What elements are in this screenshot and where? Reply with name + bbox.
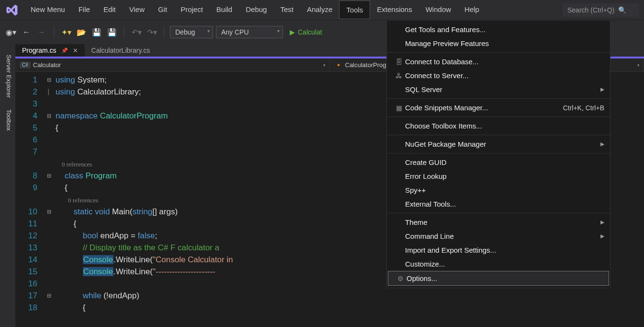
tools-menu-dropdown: Get Tools and Features...Manage Preview …	[386, 20, 610, 288]
menu-label: Options...	[407, 274, 603, 282]
search-icon: 🔍	[618, 6, 626, 14]
new-item-button[interactable]: ✦▾	[60, 26, 72, 38]
open-file-button[interactable]: 📂	[75, 26, 88, 38]
menu-label: External Tools...	[405, 200, 604, 208]
menu-item-edit[interactable]: Edit	[97, 0, 123, 19]
vs-logo-icon	[0, 3, 24, 17]
menu-separator	[387, 135, 610, 135]
save-all-button[interactable]: 💾	[106, 26, 118, 38]
menu-item-import-and-export-settings[interactable]: Import and Export Settings...	[387, 243, 610, 257]
menu-item-external-tools[interactable]: External Tools...	[387, 197, 610, 211]
back-button[interactable]: ←	[20, 26, 33, 38]
class-icon: 🔸	[335, 61, 342, 69]
config-dropdown[interactable]: Debug	[170, 26, 213, 38]
tab-program-cs[interactable]: Program.cs 📌 ✕	[15, 44, 85, 57]
menu-item-window[interactable]: Window	[419, 0, 458, 19]
tab-label: Program.cs	[22, 47, 56, 54]
side-tab-well: Server Explorer Toolbox	[0, 44, 15, 327]
side-tab-toolbox[interactable]: Toolbox	[0, 104, 15, 137]
menu-label: Theme	[405, 218, 600, 226]
menu-item-test[interactable]: Test	[273, 0, 300, 19]
chevron-right-icon: ▶	[600, 233, 604, 239]
nav-project-label: Calculator	[33, 61, 61, 69]
menu-label: Spy++	[405, 186, 604, 194]
platform-dropdown[interactable]: Any CPU	[216, 26, 283, 38]
menu-item-nuget-package-manager[interactable]: NuGet Package Manager▶	[387, 137, 610, 151]
menu-label: Manage Preview Features	[405, 39, 604, 47]
menu-item-tools[interactable]: Tools	[339, 0, 370, 19]
menu-item-extensions[interactable]: Extensions	[370, 0, 418, 19]
menubar: New MenuFileEditViewGitProjectBuildDebug…	[0, 0, 644, 20]
menu-item-error-lookup[interactable]: Error Lookup	[387, 169, 610, 183]
menu-label: Connect to Server...	[405, 71, 604, 80]
side-tab-server-explorer[interactable]: Server Explorer	[0, 49, 15, 104]
menu-label: Import and Export Settings...	[405, 246, 604, 254]
menu-label: Error Lookup	[405, 172, 604, 180]
menu-label: Create GUID	[405, 158, 604, 166]
menu-item-options[interactable]: ⚙Options...	[388, 271, 609, 286]
menu-item-new-menu[interactable]: New Menu	[24, 0, 72, 19]
forward-button[interactable]: →	[35, 26, 48, 38]
menu-item-debug[interactable]: Debug	[239, 0, 273, 19]
line-gutter: 123456789101112131415161718	[15, 72, 44, 327]
menu-item-manage-preview-features[interactable]: Manage Preview Features	[387, 36, 610, 50]
redo-button[interactable]: ↷▾	[146, 26, 158, 38]
save-button[interactable]: 💾	[90, 26, 103, 38]
csharp-icon: C#	[20, 62, 30, 68]
tab-calculator-library[interactable]: CalculatorLibrary.cs	[85, 44, 157, 57]
menu-item-help[interactable]: Help	[458, 0, 486, 19]
menu-item-customize[interactable]: Customize...	[387, 257, 610, 271]
menu-label: Command Line	[405, 232, 600, 240]
menu-item-connect-to-database[interactable]: 🗄Connect to Database...	[387, 55, 610, 69]
menu-item-choose-toolbox-items[interactable]: Choose Toolbox Items...	[387, 119, 610, 133]
menu-item-code-snippets-manager[interactable]: ▦Code Snippets Manager...Ctrl+K, Ctrl+B	[387, 101, 610, 115]
snip-icon: ▦	[393, 104, 405, 112]
menu-label: Get Tools and Features...	[405, 25, 604, 34]
menu-item-project[interactable]: Project	[174, 0, 210, 19]
menu-item-build[interactable]: Build	[210, 0, 239, 19]
shortcut: Ctrl+K, Ctrl+B	[563, 104, 604, 112]
nav-dropdown-icon[interactable]: ◉▾	[5, 26, 17, 38]
close-icon[interactable]: ✕	[73, 47, 78, 54]
fold-column: ⊟│⊟⊟⊟⊟	[44, 72, 54, 327]
menu-item-view[interactable]: View	[123, 0, 151, 19]
srv-icon: 🖧	[393, 72, 405, 80]
separator	[54, 26, 54, 38]
start-button[interactable]: ▶ Calculat	[286, 26, 326, 38]
menu-label: Customize...	[405, 260, 604, 268]
menu-item-get-tools-and-features[interactable]: Get Tools and Features...	[387, 23, 610, 36]
search-box[interactable]: Search (Ctrl+Q) 🔍	[563, 3, 639, 17]
play-icon: ▶	[290, 28, 295, 36]
nav-project-dropdown[interactable]: C# Calculator	[15, 58, 330, 71]
menu-label: Connect to Database...	[405, 58, 604, 66]
menu-item-connect-to-server[interactable]: 🖧Connect to Server...	[387, 69, 610, 82]
menu-item-create-guid[interactable]: Create GUID	[387, 155, 610, 169]
separator	[164, 26, 164, 38]
menu-separator	[387, 52, 610, 53]
db-icon: 🗄	[393, 58, 405, 66]
menu-separator	[387, 153, 610, 153]
menu-item-spy[interactable]: Spy++	[387, 183, 610, 197]
pin-icon[interactable]: 📌	[61, 47, 68, 54]
tab-label: CalculatorLibrary.cs	[91, 47, 150, 54]
menu-item-file[interactable]: File	[72, 0, 97, 19]
menu-item-command-line[interactable]: Command Line▶	[387, 229, 610, 243]
menu-label: NuGet Package Manager	[405, 140, 600, 148]
undo-button[interactable]: ↶▾	[130, 26, 143, 38]
chevron-right-icon: ▶	[600, 141, 604, 147]
search-placeholder: Search (Ctrl+Q)	[567, 6, 614, 14]
gear-icon: ⚙	[394, 275, 407, 282]
menu-label: Choose Toolbox Items...	[405, 122, 604, 130]
menu-separator	[387, 98, 610, 99]
menu-item-git[interactable]: Git	[151, 0, 174, 19]
start-label: Calculat	[298, 28, 322, 36]
separator	[124, 26, 124, 38]
menu-item-theme[interactable]: Theme▶	[387, 215, 610, 229]
menu-label: Code Snippets Manager...	[405, 104, 563, 112]
menu-item-sql-server[interactable]: SQL Server▶	[387, 82, 610, 96]
menu-separator	[387, 213, 610, 213]
menu-separator	[387, 117, 610, 117]
chevron-right-icon: ▶	[600, 219, 604, 225]
menu-item-analyze[interactable]: Analyze	[300, 0, 339, 19]
menu-label: SQL Server	[405, 85, 600, 93]
